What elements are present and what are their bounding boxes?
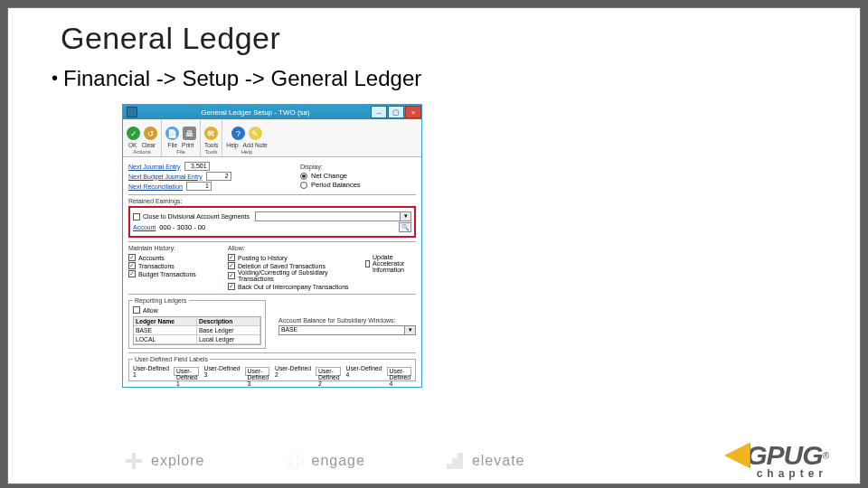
actions-group-label: Actions [133, 149, 151, 155]
period-bal-radio[interactable] [300, 182, 307, 189]
gl-setup-window: General Ledger Setup - TWO (sa) – ▢ × ✓ … [122, 104, 422, 388]
slide-frame: General Ledger •Financial -> Setup -> Ge… [0, 0, 868, 488]
display-legend: Display: [300, 164, 409, 170]
voiding-checkbox[interactable]: Voiding/Correcting of Subsidiary Transac… [228, 269, 353, 282]
close-button[interactable]: × [405, 106, 421, 118]
maintain-legend: Maintain History: [128, 245, 215, 251]
ok-icon[interactable]: ✓ [127, 127, 140, 140]
logo-arrow-icon [724, 443, 750, 468]
lookup-icon[interactable]: 🔍 [399, 222, 411, 232]
udf4-input[interactable]: User-Defined 4 [387, 367, 411, 376]
budget-trx-checkbox[interactable]: Budget Transactions [128, 270, 196, 277]
app-icon [127, 107, 137, 117]
col-ledger-name: Ledger Name [134, 317, 197, 326]
udf3-input[interactable]: User-Defined 3 [245, 367, 269, 376]
window-body: Next Journal Entry3,501 Next Budget Jour… [123, 157, 421, 387]
next-journal-link[interactable]: Next Journal Entry [128, 164, 181, 170]
close-divisional-checkbox[interactable]: Close to Divisional Account Segments [133, 213, 250, 221]
logo-subtext: chapter [757, 467, 827, 480]
display-group: Display: Net Change Period Balances [300, 164, 409, 190]
close-divisional-label: Close to Divisional Account Segments [143, 213, 250, 220]
transactions-checkbox[interactable]: Transactions [128, 262, 175, 269]
posting-history-checkbox[interactable]: Posting to History [228, 254, 288, 261]
accounts-checkbox[interactable]: Accounts [128, 254, 165, 261]
udf2-input[interactable]: User-Defined 2 [316, 367, 340, 376]
engage-icon [286, 453, 302, 469]
table-cell[interactable]: Local Ledger [197, 335, 260, 344]
next-budget-value[interactable]: 2 [206, 172, 231, 181]
clear-label: Clear [141, 142, 156, 148]
footer-elevate: elevate [447, 453, 525, 469]
reporting-legend: Reporting Ledgers [133, 297, 189, 304]
update-accel-checkbox[interactable]: Update Accelerator Information [365, 254, 416, 273]
addnote-label: Add Note [243, 142, 268, 148]
net-change-label: Net Change [311, 172, 347, 180]
segment-dropdown[interactable] [255, 211, 401, 221]
table-cell[interactable]: BASE [134, 326, 197, 335]
next-recon-link[interactable]: Next Reconciliation [128, 183, 183, 190]
help-group-label: Help [241, 149, 252, 155]
file-group-label: File [176, 149, 185, 155]
chevron-down-icon[interactable]: ▾ [405, 325, 416, 335]
ribbon-actions-group: ✓ ↺ OKClear Actions [123, 119, 162, 156]
minimize-button[interactable]: – [371, 106, 387, 118]
breadcrumb-bullet: •Financial -> Setup -> General Ledger [52, 66, 421, 91]
retained-account-value: 000 - 3030 - 00 [159, 223, 395, 231]
explore-icon [126, 453, 142, 469]
next-journal-value[interactable]: 3,501 [184, 162, 210, 171]
col-ledger-desc: Description [197, 317, 260, 326]
acct-bal-legend: Account Balance for Subsidiary Windows: [278, 317, 416, 324]
next-budget-link[interactable]: Next Budget Journal Entry [128, 174, 203, 180]
reporting-ledgers-table: Ledger Name Description BASE Base Ledger… [133, 316, 261, 345]
ribbon: ✓ ↺ OKClear Actions 📄 🖶 FilePrint File 🛠 [123, 119, 421, 157]
ribbon-tools-group: 🛠 Tools Tools [201, 119, 222, 156]
note-icon[interactable]: ✎ [249, 127, 262, 140]
window-titlebar[interactable]: General Ledger Setup - TWO (sa) – ▢ × [123, 105, 421, 119]
deletion-checkbox[interactable]: Deletion of Saved Transactions [228, 262, 326, 269]
clear-icon[interactable]: ↺ [144, 127, 157, 140]
backout-checkbox[interactable]: Back Out of Intercompany Transactions [228, 283, 349, 290]
file-label: File [168, 142, 177, 148]
reporting-allow-checkbox[interactable]: Allow [133, 306, 158, 314]
print-icon[interactable]: 🖶 [183, 127, 196, 140]
reporting-ledgers-fieldset: Reporting Ledgers Allow Ledger Name Desc… [128, 297, 266, 349]
ribbon-file-group: 📄 🖶 FilePrint File [162, 119, 201, 156]
table-cell[interactable]: LOCAL [134, 335, 197, 344]
tools-group-label: Tools [205, 149, 218, 155]
ribbon-help-group: ? ✎ HelpAdd Note Help [222, 119, 270, 156]
period-bal-label: Period Balances [311, 181, 361, 189]
udf-pane: User-Defined Field Labels User-Defined 1… [128, 352, 416, 381]
retained-legend: Retained Earnings: [128, 198, 416, 204]
udf-fieldset: User-Defined Field Labels User-Defined 1… [128, 356, 416, 381]
next-recon-value[interactable]: 1 [186, 182, 212, 191]
acct-bal-dropdown[interactable]: BASE [278, 325, 405, 335]
print-label: Print [182, 142, 193, 148]
maximize-button[interactable]: ▢ [388, 106, 404, 118]
footer-explore: explore [126, 453, 204, 469]
tools-label: Tools [204, 142, 218, 148]
slide-title: General Ledger [61, 21, 280, 56]
tools-icon[interactable]: 🛠 [204, 127, 218, 140]
net-change-radio[interactable] [300, 173, 307, 180]
chevron-down-icon[interactable]: ▾ [401, 211, 411, 221]
ok-label: OK [128, 142, 137, 148]
window-title: General Ledger Setup - TWO (sa) [141, 108, 370, 117]
footer-engage: engage [286, 453, 364, 469]
logo-text: GPUG [746, 440, 822, 471]
registered-icon: ® [823, 451, 829, 461]
retained-callout: Close to Divisional Account Segments ▾ A… [128, 206, 416, 238]
retained-account-link[interactable]: Account [133, 224, 156, 230]
bullet-icon: • [52, 68, 58, 88]
gpug-logo: GPUG® [724, 440, 829, 471]
help-label: Help [226, 142, 238, 148]
table-cell[interactable]: Base Ledger [197, 326, 260, 335]
history-allow-pane: Maintain History: Accounts Transactions … [128, 241, 416, 290]
retained-pane: Retained Earnings: Close to Divisional A… [128, 194, 416, 238]
help-icon[interactable]: ? [231, 127, 245, 140]
udf1-input[interactable]: User-Defined 1 [174, 367, 198, 376]
udf-legend: User-Defined Field Labels [133, 356, 210, 362]
file-icon[interactable]: 📄 [165, 127, 179, 140]
allow-legend: Allow: [228, 245, 353, 251]
reporting-pane: Reporting Ledgers Allow Ledger Name Desc… [128, 294, 416, 349]
breadcrumb-text: Financial -> Setup -> General Ledger [63, 66, 421, 90]
